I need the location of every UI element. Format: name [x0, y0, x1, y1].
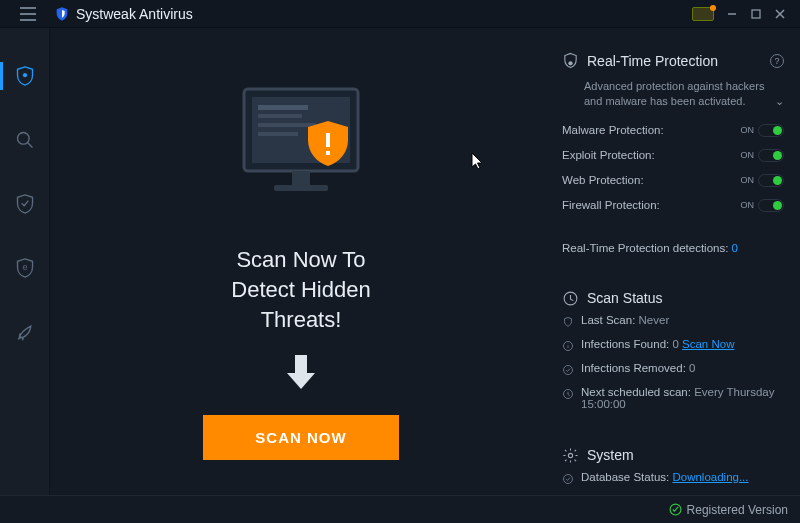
svg-text:e: e [22, 263, 27, 273]
close-button[interactable] [768, 4, 792, 24]
credit-card-icon[interactable] [692, 7, 714, 21]
sidebar: e [0, 28, 50, 495]
gear-icon [562, 447, 579, 464]
minimize-button[interactable] [720, 4, 744, 24]
realtime-subtext: Advanced protection against hackers and … [562, 73, 784, 116]
chevron-down-icon[interactable]: ⌄ [775, 94, 784, 109]
nav-protection-shield-check-icon[interactable] [0, 184, 50, 224]
row-label: Firewall Protection: [562, 199, 660, 211]
svg-point-19 [568, 453, 572, 457]
footer: Registered Version [0, 495, 800, 523]
registered-label: Registered Version [687, 503, 788, 517]
svg-point-2 [17, 133, 29, 145]
svg-rect-6 [258, 105, 308, 110]
svg-rect-9 [258, 132, 298, 136]
clock-icon [562, 388, 574, 400]
headline-line2: Detect Hidden [231, 277, 370, 302]
next-scan-row: Next scheduled scan: Every Thursday 15:0… [562, 383, 784, 413]
scan-now-link[interactable]: Scan Now [682, 338, 734, 350]
row-label: Exploit Protection: [562, 149, 655, 161]
svg-point-1 [22, 73, 26, 77]
svg-rect-0 [752, 10, 760, 18]
nav-privacy-shield-e-icon[interactable]: e [0, 248, 50, 288]
detections-count: 0 [732, 242, 738, 254]
scan-headline: Scan Now To Detect Hidden Threats! [231, 245, 370, 334]
last-scan-row: Last Scan: Never [562, 311, 784, 331]
info-icon[interactable]: ? [770, 54, 784, 68]
monitor-illustration [226, 83, 376, 217]
firewall-toggle[interactable] [758, 199, 784, 212]
nav-boost-rocket-icon[interactable] [0, 312, 50, 352]
svg-rect-13 [326, 151, 330, 155]
right-panel: Real-Time Protection ? Advanced protecti… [552, 28, 800, 495]
shield-small-icon [562, 316, 574, 328]
svg-rect-10 [292, 171, 310, 185]
svg-rect-12 [326, 133, 330, 147]
infections-removed-row: Infections Removed: 0 [562, 359, 784, 379]
headline-line1: Scan Now To [236, 247, 365, 272]
system-title: System [562, 447, 784, 464]
title-bar: Systweak Antivirus [0, 0, 800, 28]
firewall-protection-row: Firewall Protection: ON [562, 195, 784, 216]
scan-status-title: Scan Status [562, 290, 784, 307]
info-small-icon [562, 340, 574, 352]
realtime-protection-title: Real-Time Protection ? [562, 52, 784, 69]
app-title: Systweak Antivirus [76, 6, 193, 22]
hamburger-menu-icon[interactable] [8, 0, 48, 28]
database-status-row: Database Status: Downloading... [562, 468, 784, 488]
headline-line3: Threats! [261, 307, 342, 332]
malware-protection-row: Malware Protection: ON [562, 120, 784, 141]
check-circle-icon [562, 364, 574, 376]
scan-now-button[interactable]: SCAN NOW [203, 415, 398, 460]
shield-logo-icon [54, 6, 70, 22]
app-brand: Systweak Antivirus [54, 6, 193, 22]
shield-icon [562, 52, 579, 69]
arrow-down-icon [285, 353, 317, 395]
svg-rect-7 [258, 114, 302, 118]
maximize-button[interactable] [744, 4, 768, 24]
scan-status-icon [562, 290, 579, 307]
detections-row: Real-Time Protection detections: 0 [562, 240, 784, 256]
main-content: Scan Now To Detect Hidden Threats! SCAN … [50, 28, 552, 495]
web-toggle[interactable] [758, 174, 784, 187]
exploit-toggle[interactable] [758, 149, 784, 162]
nav-home-shield-icon[interactable] [0, 56, 50, 96]
infections-found-row: Infections Found: 0 Scan Now [562, 335, 784, 355]
svg-point-20 [564, 474, 573, 483]
check-circle-icon [562, 473, 574, 485]
db-status-value[interactable]: Downloading... [672, 471, 748, 483]
svg-point-14 [568, 61, 572, 65]
svg-point-17 [564, 365, 573, 374]
check-circle-icon [669, 503, 682, 516]
web-protection-row: Web Protection: ON [562, 170, 784, 191]
row-label: Web Protection: [562, 174, 644, 186]
exploit-protection-row: Exploit Protection: ON [562, 145, 784, 166]
malware-toggle[interactable] [758, 124, 784, 137]
svg-rect-8 [258, 123, 316, 127]
row-label: Malware Protection: [562, 124, 664, 136]
nav-search-icon[interactable] [0, 120, 50, 160]
svg-rect-11 [274, 185, 328, 191]
